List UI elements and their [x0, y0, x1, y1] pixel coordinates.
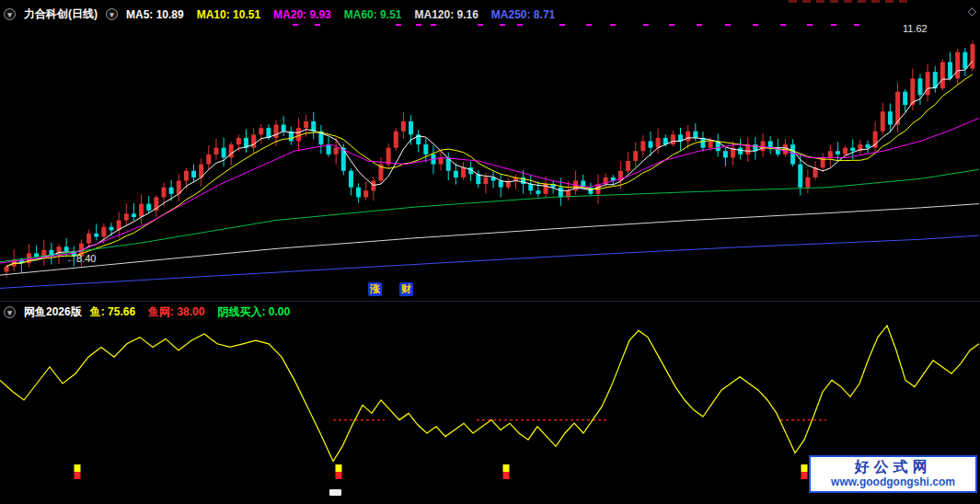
high-price-annotation: 11.62 — [903, 23, 928, 34]
stock-chart-app: ▾ 力合科创(日线) ▾ MA5: 10.89MA10: 10.51MA20: … — [0, 0, 980, 504]
ma-value-label: MA60: 9.51 — [344, 8, 402, 21]
ma-value-label: MA20: 9.93 — [273, 8, 331, 21]
stock-title: 力合科创(日线) — [24, 6, 98, 22]
watermark-badge: 好公式网 www.goodgongshi.com — [809, 455, 977, 493]
indicator-values-row: 鱼: 75.66鱼网: 38.00阴线买入: 0.00 — [90, 304, 292, 320]
top-panel-header: ▾ 力合科创(日线) ▾ MA5: 10.89MA10: 10.51MA20: … — [4, 6, 557, 22]
indicator-value-label: 鱼: 75.66 — [90, 304, 135, 320]
watermark-site-name: 好公式网 — [855, 459, 932, 475]
ma-values-row: MA5: 10.89MA10: 10.51MA20: 9.93MA60: 9.5… — [126, 8, 557, 21]
ma-value-label: MA120: 9.16 — [414, 8, 478, 21]
ma-value-label: MA10: 10.51 — [197, 8, 260, 21]
ma-value-label: MA5: 10.89 — [126, 8, 184, 21]
tools-diamond-icon[interactable]: ◇ — [968, 5, 976, 17]
panel-divider — [0, 301, 980, 302]
indicator-value-label: 阴线买入: 0.00 — [217, 304, 290, 320]
left-arrow-icon: ← — [66, 254, 75, 264]
news-marker-badge[interactable]: 财 — [399, 282, 413, 296]
price-candlestick-chart[interactable] — [0, 0, 980, 304]
watermark-url: www.goodgongshi.com — [831, 476, 955, 489]
indicator-value-label: 鱼网: 38.00 — [148, 304, 204, 320]
scrollbar-thumb[interactable] — [329, 489, 341, 496]
indicator-cycle-icon[interactable]: ▾ — [106, 8, 118, 20]
panel-collapse-icon[interactable]: ▾ — [4, 8, 16, 20]
low-price-annotation: ←8.40 — [66, 253, 96, 264]
news-marker-badge[interactable]: 涨 — [368, 282, 382, 296]
indicator-panel-header: ▾ 网鱼2026版 鱼: 75.66鱼网: 38.00阴线买入: 0.00 — [4, 304, 292, 320]
indicator-collapse-icon[interactable]: ▾ — [4, 306, 16, 318]
indicator-title: 网鱼2026版 — [24, 304, 82, 320]
ma-value-label: MA250: 8.71 — [491, 8, 555, 21]
